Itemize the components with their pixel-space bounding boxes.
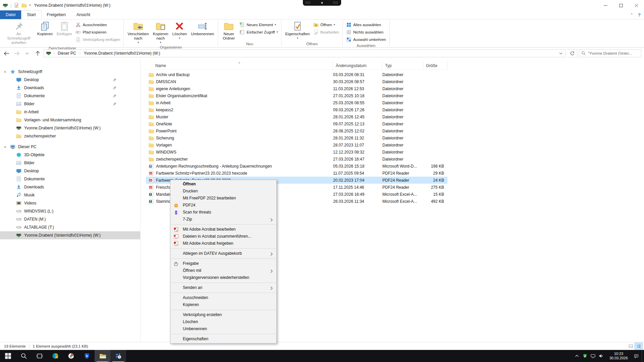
tab-start[interactable]: Start: [21, 10, 41, 19]
breadcrumb[interactable]: › Dieser PC › Yvonne.Drabent (\\intern\d…: [44, 49, 566, 57]
menu-item-verknüpfung-erstellen[interactable]: Verknüpfung erstellen: [170, 311, 276, 318]
tab-datei[interactable]: Datei: [0, 10, 21, 19]
search-input[interactable]: "Yvonne.Drabent (\\inter...: [579, 49, 641, 57]
tray-chevron-tray-button[interactable]: [573, 351, 581, 361]
ribbon-button-kopieren-nach[interactable]: Kopieren nach ▾: [151, 20, 170, 45]
file-row-onenote[interactable]: OneNote09.07.2025 12:13Dateiordner: [146, 120, 447, 127]
ribbon-button-alles-auswählen[interactable]: Alles auswählen: [345, 21, 387, 28]
file-row-archiv-und-backup[interactable]: Archiv und Backup03.03.2026 08:31Dateior…: [146, 71, 447, 78]
ribbon-button-eigenschaften[interactable]: Eigenschaften ▾: [283, 20, 311, 40]
ribbon-button-an-schnellzugriff-anheften[interactable]: An Schnellzugriff anheften: [3, 20, 35, 46]
column-header-änderungsdatum[interactable]: Änderungsdatum: [333, 61, 382, 69]
menu-item-ausschneiden[interactable]: Ausschneiden: [170, 294, 276, 301]
qat-customize-dropdown[interactable]: ▾: [29, 4, 31, 7]
ribbon-button-bearbeiten[interactable]: Bearbeiten: [312, 28, 340, 36]
ribbon-button-einfacher-zugriff[interactable]: Einfacher Zugriff▾: [238, 28, 279, 36]
menu-item-senden-an[interactable]: Senden an: [170, 284, 276, 291]
sidebar-item-daten-m-[interactable]: DATEN (M:): [0, 215, 140, 223]
menu-item-umbenennen[interactable]: Umbenennen: [170, 325, 276, 333]
file-row-keepass2[interactable]: keepass209.03.2026 17:26Dateiordner: [146, 106, 447, 113]
menu-item-vorgängerversionen-wiederherstellen[interactable]: Vorgängerversionen wiederherstellen: [170, 274, 276, 281]
sidebar-item-3d-objekte[interactable]: 3D-Objekte: [0, 151, 140, 159]
thumbnails-view-button[interactable]: [627, 343, 635, 350]
ribbon-button-einfügen[interactable]: Einfügen: [55, 20, 73, 37]
menu-item-öffnen-mit[interactable]: Öffnen mit: [170, 267, 276, 274]
minimize-button[interactable]: [598, 0, 613, 11]
bitwarden-button[interactable]: b: [79, 350, 95, 362]
file-row-sicherung[interactable]: Sicherung28.01.2026 11:32Dateiordner: [146, 134, 447, 141]
file-row-anleitungen-rechnungsschreibung-anleitun[interactable]: WAnleitungen Rechnungsschreibung - Anlei…: [146, 163, 447, 170]
breadcrumb-segment-drive[interactable]: Yvonne.Drabent (\\intern\dfs01\Home) (W:…: [83, 50, 162, 57]
sidebar-item-windvsw1-l-[interactable]: WINDVSW1 (L:): [0, 207, 140, 215]
menu-item-eigenschaften[interactable]: Eigenschaften: [170, 336, 276, 343]
column-header-name[interactable]: Name∧: [146, 61, 333, 69]
ribbon-button-kopieren[interactable]: Kopieren: [36, 20, 54, 37]
volume-tray-button[interactable]: [597, 351, 605, 361]
tab-freigeben[interactable]: Freigeben: [42, 10, 71, 19]
teams-button[interactable]: [110, 350, 126, 362]
ribbon-button-öffnen[interactable]: Öffnen▾: [312, 21, 340, 28]
file-row-powerpoint[interactable]: PowerPoint28.08.2025 12:02Dateiordner: [146, 127, 447, 134]
sidebar-item-downloads[interactable]: Downloads: [0, 84, 140, 92]
ribbon-button-pfad-kopieren[interactable]: W...Pfad kopieren: [74, 28, 121, 36]
ribbon-button-nichts-auswählen[interactable]: Nichts auswählen: [345, 28, 387, 36]
menu-item-ablegen-im-datev-ausgabekorb[interactable]: Ablegen im DATEV Ausgabekorb: [170, 250, 276, 257]
sidebar-item-yvonne-drabent-intern-dfs01-home-w-[interactable]: Yvonne.Drabent (\\intern\dfs01\Home) (W:…: [0, 231, 140, 239]
start-button[interactable]: [0, 350, 16, 362]
sidebar-item-dokumente[interactable]: Dokumente: [0, 92, 140, 100]
ribbon-button-auswahl-umkehren[interactable]: Auswahl umkehren: [345, 36, 387, 43]
breadcrumb-segment-dieser-pc[interactable]: Dieser PC: [56, 50, 77, 57]
expand-chevron-icon[interactable]: ∨: [4, 145, 6, 148]
app-button-2[interactable]: [63, 350, 79, 362]
menu-item-kopieren[interactable]: Kopieren: [170, 301, 276, 308]
action-center-button[interactable]: [632, 351, 640, 361]
menu-item-mit-adobe-acrobat-freigeben[interactable]: Mit Adobe Acrobat freigeben: [170, 240, 276, 247]
ribbon-button-neuer-ordner[interactable]: Neuer Ordner: [220, 20, 237, 41]
display-tray-button[interactable]: [589, 351, 597, 361]
menu-item-mit-adobe-acrobat-bearbeiten[interactable]: Mit Adobe Acrobat bearbeiten: [170, 226, 276, 233]
menu-item-scan-for-threats[interactable]: Scan for threats: [170, 209, 276, 216]
refresh-button[interactable]: [567, 49, 577, 57]
app-button-1[interactable]: [47, 350, 63, 362]
qat-new-folder-button[interactable]: [21, 3, 27, 8]
file-row-muster[interactable]: Muster28.01.2026 12:45Dateiordner: [146, 113, 447, 120]
file-row-windows[interactable]: WINDOWS12.12.2023 08:32Dateiordner: [146, 148, 447, 156]
sidebar-item-desktop[interactable]: Desktop: [0, 167, 140, 175]
antivirus-tray-button[interactable]: [581, 351, 589, 361]
sidebar-item-dokumente[interactable]: Dokumente: [0, 175, 140, 183]
task-view-button[interactable]: [32, 350, 47, 362]
ribbon-button-verknüpfung-einfügen[interactable]: Verknüpfung einfügen: [74, 36, 121, 43]
forward-button[interactable]: [12, 49, 21, 57]
menu-item-löschen[interactable]: Löschen: [170, 318, 276, 325]
sidebar-item-zwischenspeicher[interactable]: zwischenspeicher: [0, 132, 140, 140]
ribbon-button-neues-element[interactable]: Neues Element▾: [238, 21, 279, 28]
show-desktop-button[interactable]: [642, 350, 643, 362]
column-header-größe[interactable]: Größe: [423, 61, 447, 69]
ribbon-collapse-icon[interactable]: ⌃: [630, 13, 633, 17]
recent-locations-dropdown[interactable]: [23, 49, 32, 57]
ribbon-button-verschieben-nach[interactable]: Verschieben nach ▾: [126, 20, 150, 45]
file-row-in-arbeit[interactable]: in Arbeit25.03.2026 08:55Dateiordner: [146, 99, 447, 106]
sidebar-item-bilder[interactable]: Bilder: [0, 100, 140, 108]
up-button[interactable]: [33, 49, 42, 57]
menu-item-mit-freepdf-2022-bearbeiten[interactable]: Mit FreePDF 2022 bearbeiten: [170, 195, 276, 202]
sidebar-item-altablage-t-[interactable]: ALTABLAGE (T:): [0, 223, 140, 231]
menu-item-dateien-in-acrobat-zusammenführen-[interactable]: Dateien in Acrobat zusammenführen...: [170, 233, 276, 240]
column-header-typ[interactable]: Typ: [382, 61, 423, 69]
sidebar-item-in-arbeit[interactable]: in Arbeit: [0, 108, 140, 116]
maximize-button[interactable]: [613, 0, 629, 11]
file-explorer-button[interactable]: [95, 350, 110, 362]
sidebar-item-downloads[interactable]: Downloads: [0, 183, 140, 191]
sidebar-item-vorlagen-und-mustersammlung[interactable]: Vorlagen- und Mustersammlung: [0, 116, 140, 124]
sidebar-item-musik[interactable]: Musik: [0, 191, 140, 199]
sidebar-item-yvonne-drabent-intern-dfs01-home-w-[interactable]: Yvonne.Drabent (\\intern\dfs01\Home) (W:…: [0, 124, 140, 132]
menu-item-drucken[interactable]: Drucken: [170, 188, 276, 195]
details-view-button[interactable]: [635, 343, 643, 350]
sidebar-item-desktop[interactable]: Desktop: [0, 76, 140, 84]
address-dropdown-icon[interactable]: [557, 52, 565, 55]
sidebar-item-videos[interactable]: Videos: [0, 199, 140, 207]
back-button[interactable]: [2, 49, 11, 57]
menu-item-7-zip[interactable]: 7-Zip: [170, 216, 276, 223]
sidebar-section-dieser-pc[interactable]: ∨Dieser PC: [0, 143, 140, 151]
taskbar-clock[interactable]: 10:23 30.03.2026: [606, 352, 631, 360]
